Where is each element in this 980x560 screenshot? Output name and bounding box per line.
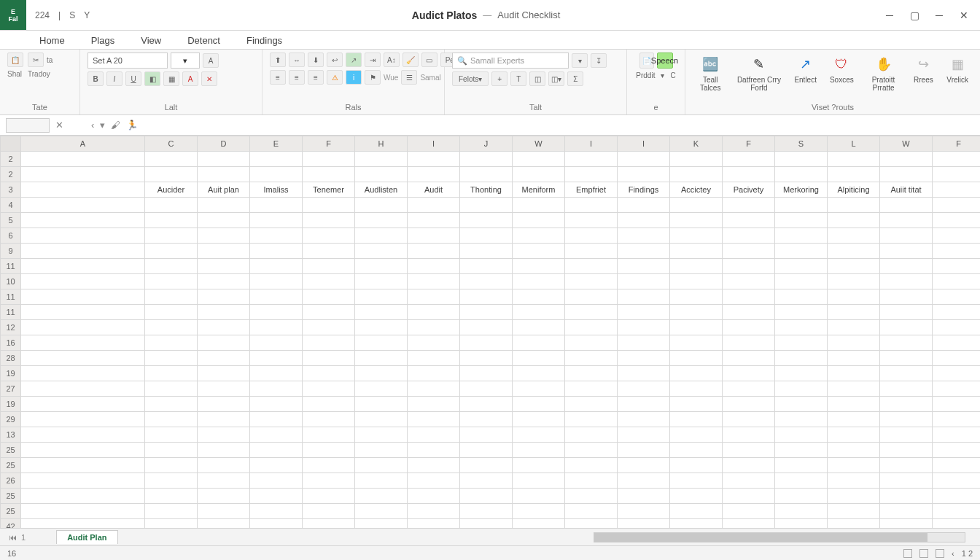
cell[interactable] (145, 397, 198, 412)
cell[interactable] (513, 289, 565, 305)
cell[interactable] (723, 381, 775, 397)
cell[interactable] (565, 458, 618, 473)
cell[interactable] (775, 397, 828, 412)
cell[interactable] (933, 519, 981, 529)
cell[interactable] (21, 443, 145, 458)
font-color-icon[interactable]: A (182, 71, 198, 86)
cell[interactable] (618, 198, 670, 213)
qat-y[interactable]: Y (84, 10, 90, 20)
cell[interactable] (250, 152, 303, 167)
formula-input[interactable] (144, 118, 974, 133)
cell[interactable] (775, 412, 828, 427)
cell[interactable] (198, 335, 250, 351)
cell[interactable] (670, 458, 723, 473)
cell[interactable] (250, 397, 303, 412)
cell[interactable] (775, 152, 828, 167)
cell[interactable] (828, 274, 880, 289)
cell[interactable] (198, 351, 250, 366)
row-header[interactable]: 19 (1, 397, 21, 412)
cell[interactable] (408, 228, 460, 244)
row-header[interactable]: 29 (1, 412, 21, 427)
tab-home[interactable]: Home (26, 32, 78, 49)
cell[interactable] (250, 198, 303, 213)
cell[interactable] (618, 412, 670, 427)
felots-button[interactable]: Felots ▾ (452, 71, 489, 86)
cell[interactable] (513, 473, 565, 489)
cell[interactable] (618, 504, 670, 519)
cell[interactable] (408, 213, 460, 228)
align-mid-icon[interactable]: ↔ (289, 52, 305, 67)
cell[interactable] (250, 443, 303, 458)
tab-findings[interactable]: Findings (233, 32, 295, 49)
cell[interactable] (618, 489, 670, 504)
cell[interactable] (303, 489, 355, 504)
cell[interactable] (723, 427, 775, 443)
align-top-icon[interactable]: ⬆ (270, 52, 286, 67)
cell[interactable] (880, 397, 933, 412)
row-header[interactable]: 16 (1, 335, 21, 351)
cell[interactable] (145, 320, 198, 335)
cell[interactable] (933, 351, 981, 366)
pratoitt-button[interactable]: ✋ Pratoitt Prratte (863, 52, 905, 93)
cell[interactable] (565, 198, 618, 213)
cell[interactable] (933, 504, 981, 519)
cell[interactable] (145, 335, 198, 351)
cell[interactable] (21, 182, 145, 198)
cell[interactable] (513, 320, 565, 335)
cell[interactable] (670, 228, 723, 244)
sort-icon[interactable]: ↧ (591, 53, 607, 68)
cell[interactable] (775, 458, 828, 473)
cell[interactable] (933, 228, 981, 244)
cell[interactable] (723, 213, 775, 228)
column-header[interactable]: D (198, 136, 250, 152)
cell[interactable] (145, 519, 198, 529)
cell[interactable] (21, 351, 145, 366)
cell[interactable] (303, 366, 355, 381)
cell[interactable]: Meniform (513, 182, 565, 198)
cell[interactable]: Imaliss (250, 182, 303, 198)
row-header[interactable]: 6 (1, 228, 21, 244)
cell[interactable] (408, 152, 460, 167)
cell[interactable] (250, 305, 303, 320)
cell[interactable] (355, 228, 408, 244)
cell[interactable] (828, 305, 880, 320)
rrees-button[interactable]: ↪ Rrees (909, 52, 938, 85)
cell[interactable] (933, 274, 981, 289)
cell[interactable] (198, 213, 250, 228)
cell[interactable] (145, 489, 198, 504)
cell[interactable] (460, 198, 513, 213)
cell[interactable] (618, 228, 670, 244)
cell[interactable] (145, 351, 198, 366)
cell[interactable] (408, 381, 460, 397)
cell[interactable] (880, 320, 933, 335)
cell[interactable] (460, 458, 513, 473)
row-header[interactable]: 25 (1, 458, 21, 473)
row-header[interactable]: 11 (1, 259, 21, 274)
cell[interactable] (828, 259, 880, 274)
cell[interactable] (198, 412, 250, 427)
cell[interactable] (828, 443, 880, 458)
cell[interactable] (408, 412, 460, 427)
cell[interactable] (303, 198, 355, 213)
cell[interactable] (828, 198, 880, 213)
cell[interactable] (933, 397, 981, 412)
column-header[interactable]: F (723, 136, 775, 152)
qat-s[interactable]: S (69, 10, 75, 20)
cell[interactable] (565, 213, 618, 228)
cell[interactable] (723, 489, 775, 504)
cell[interactable] (880, 504, 933, 519)
cell[interactable] (670, 489, 723, 504)
cell[interactable] (565, 351, 618, 366)
cell[interactable] (565, 427, 618, 443)
cell[interactable] (460, 289, 513, 305)
cell[interactable] (513, 397, 565, 412)
cell[interactable] (355, 397, 408, 412)
cell[interactable] (933, 366, 981, 381)
cell[interactable]: Audit (408, 182, 460, 198)
cell[interactable] (250, 381, 303, 397)
column-header[interactable]: W (880, 136, 933, 152)
cell[interactable] (565, 366, 618, 381)
column-header[interactable]: W (513, 136, 565, 152)
cell[interactable] (303, 458, 355, 473)
cell[interactable] (21, 305, 145, 320)
